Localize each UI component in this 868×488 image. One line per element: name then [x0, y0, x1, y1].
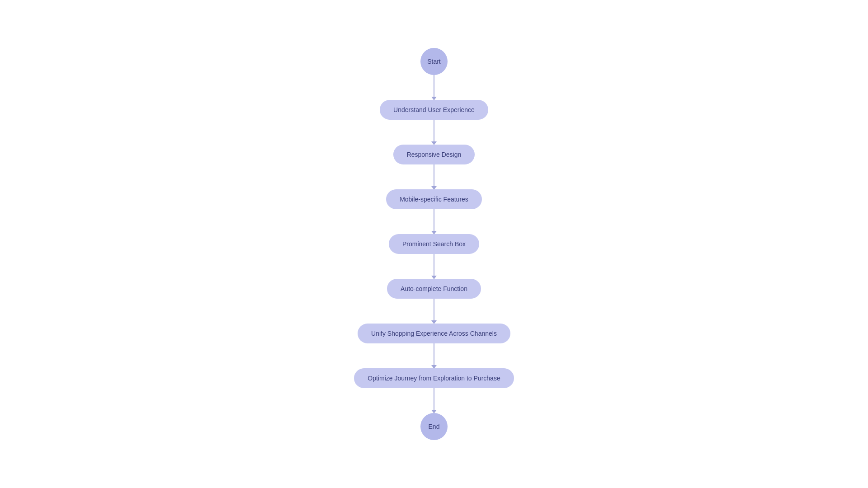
autocomplete-label: Auto-complete Function [401, 285, 467, 292]
mobile-label: Mobile-specific Features [400, 196, 468, 203]
unify-node: Unify Shopping Experience Across Channel… [358, 324, 510, 343]
connector-7 [434, 343, 434, 368]
unify-label: Unify Shopping Experience Across Channel… [371, 330, 497, 337]
start-label: Start [427, 58, 441, 65]
understand-node: Understand User Experience [380, 100, 488, 120]
end-node: End [420, 413, 448, 440]
end-label: End [429, 423, 440, 430]
optimize-node: Optimize Journey from Exploration to Pur… [354, 368, 514, 388]
flowchart: Start Understand User Experience Respons… [354, 48, 514, 440]
connector-6 [434, 299, 434, 324]
connector-2 [434, 120, 434, 145]
mobile-node: Mobile-specific Features [386, 189, 482, 209]
connector-5 [434, 254, 434, 279]
autocomplete-node: Auto-complete Function [387, 279, 481, 299]
search-node: Prominent Search Box [389, 234, 479, 254]
connector-1 [434, 75, 434, 100]
start-node: Start [420, 48, 448, 75]
connector-4 [434, 209, 434, 234]
responsive-node: Responsive Design [393, 145, 475, 164]
search-label: Prominent Search Box [402, 240, 466, 248]
connector-3 [434, 164, 434, 189]
understand-label: Understand User Experience [393, 106, 475, 113]
responsive-label: Responsive Design [407, 151, 462, 158]
connector-8 [434, 388, 434, 413]
optimize-label: Optimize Journey from Exploration to Pur… [368, 375, 500, 382]
